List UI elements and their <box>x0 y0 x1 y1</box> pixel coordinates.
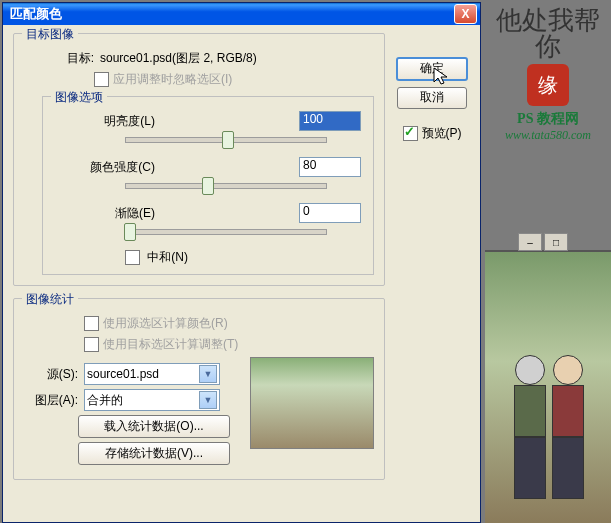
target-image-group: 目标图像 目标: source01.psd(图层 2, RGB/8) 应用调整时… <box>13 33 385 286</box>
use-target-sel-checkbox <box>84 337 99 352</box>
minimize-button[interactable]: – <box>518 233 542 251</box>
use-source-sel-label: 使用源选区计算颜色(R) <box>103 315 228 332</box>
match-color-dialog: 匹配颜色 X 确定 取消 预览(P) 目标图像 目标: source01.psd… <box>2 2 481 523</box>
intensity-slider[interactable] <box>125 183 327 189</box>
target-value: source01.psd(图层 2, RGB/8) <box>100 50 257 67</box>
fade-label: 渐隐(E) <box>55 205 161 222</box>
image-stats-group: 图像统计 使用源选区计算颜色(R) 使用目标选区计算调整(T) 源(S): so… <box>13 298 385 480</box>
load-stats-button[interactable]: 载入统计数据(O)... <box>78 415 230 438</box>
preview-checkbox[interactable] <box>403 126 418 141</box>
target-legend: 目标图像 <box>22 26 78 43</box>
stats-legend: 图像统计 <box>22 291 78 308</box>
ok-button[interactable]: 确定 <box>396 57 468 81</box>
cartoon-characters <box>510 355 600 515</box>
intensity-input[interactable]: 80 <box>299 157 361 177</box>
ignore-selection-label: 应用调整时忽略选区(I) <box>113 71 232 88</box>
watermark-ps: PS 教程网 <box>488 110 608 128</box>
fade-thumb[interactable] <box>124 223 136 241</box>
brightness-input[interactable]: 100 <box>299 111 361 131</box>
neutralize-label: 中和(N) <box>147 250 188 264</box>
dialog-title: 匹配颜色 <box>6 5 454 23</box>
save-stats-button[interactable]: 存储统计数据(V)... <box>78 442 230 465</box>
watermark-seal: 缘 <box>527 64 569 106</box>
chevron-down-icon: ▼ <box>199 391 217 409</box>
intensity-label: 颜色强度(C) <box>55 159 161 176</box>
maximize-button[interactable]: □ <box>544 233 568 251</box>
source-preview <box>250 357 374 449</box>
source-select[interactable]: source01.psd ▼ <box>84 363 220 385</box>
source-value: source01.psd <box>87 367 159 381</box>
close-button[interactable]: X <box>454 4 477 24</box>
cancel-button[interactable]: 取消 <box>397 87 467 109</box>
titlebar[interactable]: 匹配颜色 X <box>3 3 480 25</box>
layer-select[interactable]: 合并的 ▼ <box>84 389 220 411</box>
fade-input[interactable]: 0 <box>299 203 361 223</box>
target-label: 目标: <box>24 50 100 67</box>
options-legend: 图像选项 <box>51 89 107 106</box>
watermark-url: www.tata580.com <box>488 128 608 143</box>
layer-label: 图层(A): <box>24 392 84 409</box>
brightness-thumb[interactable] <box>222 131 234 149</box>
intensity-thumb[interactable] <box>202 177 214 195</box>
brightness-slider[interactable] <box>125 137 327 143</box>
window-controls: – □ <box>518 233 568 251</box>
image-options-group: 图像选项 明亮度(L) 100 颜色强度(C) 80 渐隐(E) 0 <box>42 96 374 275</box>
neutralize-checkbox[interactable] <box>125 250 140 265</box>
watermark: 他处我帮你 缘 PS 教程网 www.tata580.com <box>488 8 608 143</box>
ignore-selection-checkbox <box>94 72 109 87</box>
preview-label: 预览(P) <box>422 126 462 140</box>
source-label: 源(S): <box>24 366 84 383</box>
use-target-sel-label: 使用目标选区计算调整(T) <box>103 336 238 353</box>
use-source-sel-checkbox <box>84 316 99 331</box>
fade-slider[interactable] <box>125 229 327 235</box>
layer-value: 合并的 <box>87 392 123 409</box>
chevron-down-icon: ▼ <box>199 365 217 383</box>
watermark-chars: 他处我帮你 <box>488 8 608 60</box>
brightness-label: 明亮度(L) <box>55 113 161 130</box>
